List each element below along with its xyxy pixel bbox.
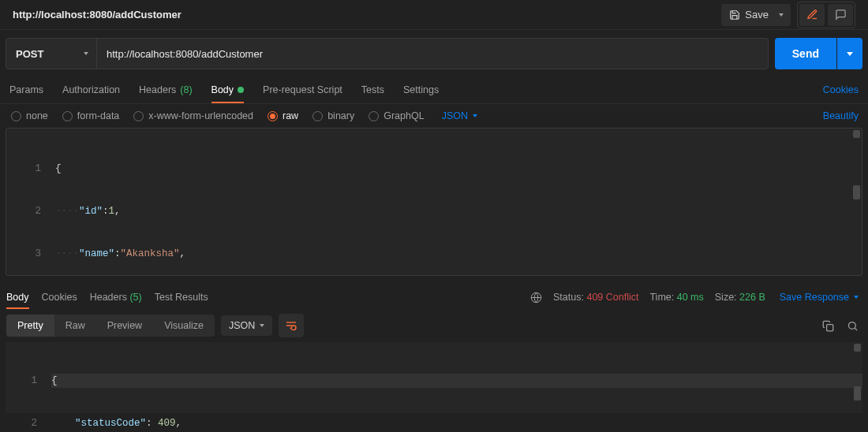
svg-point-4	[849, 322, 856, 329]
save-response-label: Save Response	[780, 292, 849, 303]
resp-tab-testresults[interactable]: Test Results	[155, 287, 208, 307]
line-number: 1	[6, 374, 37, 388]
line-number: 2	[6, 416, 37, 430]
pencil-icon	[806, 9, 818, 20]
tab-params[interactable]: Params	[9, 76, 43, 103]
edit-button[interactable]	[799, 4, 825, 26]
save-response-button[interactable]: Save Response	[780, 292, 859, 303]
size-value: 226 B	[739, 292, 765, 303]
scrollbar-thumb[interactable]	[853, 185, 860, 199]
headers-count: (8)	[180, 84, 192, 95]
globe-icon[interactable]	[530, 292, 542, 304]
resp-view-mode: Pretty Raw Preview Visualize	[6, 315, 215, 337]
dropdown-label: JSON	[442, 110, 468, 121]
resp-view-visualize[interactable]: Visualize	[153, 315, 215, 337]
body-format-dropdown[interactable]: JSON	[442, 110, 477, 121]
radio-icon	[312, 111, 323, 121]
resp-tab-cookies[interactable]: Cookies	[42, 287, 77, 307]
dropdown-label: JSON	[229, 320, 255, 331]
radio-icon	[369, 111, 379, 121]
radio-label: form-data	[77, 110, 120, 121]
status-value: 409 Conflict	[586, 292, 638, 303]
line-number: 2	[6, 204, 41, 218]
radio-label: binary	[327, 110, 354, 121]
bodytype-formdata[interactable]: form-data	[62, 110, 120, 121]
svg-line-5	[855, 328, 857, 330]
radio-icon	[268, 111, 278, 121]
chevron-down-icon	[779, 13, 784, 17]
tab-body[interactable]: Body	[211, 76, 245, 103]
copy-icon[interactable]	[822, 320, 834, 332]
chevron-down-icon	[473, 114, 477, 117]
time-label: Time:	[649, 292, 674, 303]
wrap-lines-button[interactable]	[279, 314, 304, 337]
resp-view-pretty[interactable]: Pretty	[6, 315, 54, 337]
comment-icon	[835, 9, 847, 20]
scrollbar-thumb[interactable]	[854, 344, 861, 352]
radio-label: GraphQL	[383, 110, 424, 121]
radio-label: none	[26, 110, 48, 121]
resp-tab-body[interactable]: Body	[6, 287, 29, 307]
resp-tab-headers[interactable]: Headers (5)	[90, 287, 142, 307]
comment-button[interactable]	[828, 4, 853, 26]
bodytype-urlencoded[interactable]: x-www-form-urlencoded	[133, 110, 253, 121]
tab-tests[interactable]: Tests	[361, 76, 384, 103]
body-active-dot-icon	[238, 87, 244, 93]
tab-body-label: Body	[211, 84, 234, 95]
cookies-link[interactable]: Cookies	[823, 84, 859, 95]
resp-headers-count: (5)	[129, 292, 141, 303]
method-label: POST	[16, 48, 43, 60]
resp-tab-label: Headers	[90, 292, 127, 303]
chevron-down-icon	[84, 52, 88, 55]
page-title: http://localhost:8080/addCustomer	[13, 9, 181, 20]
bodytype-graphql[interactable]: GraphQL	[369, 110, 424, 121]
resp-view-raw[interactable]: Raw	[54, 315, 96, 337]
request-body-editor[interactable]: 1 2 3 4 5 { ····"id":1, ····"name":"Akan…	[6, 128, 862, 276]
bodytype-binary[interactable]: binary	[312, 110, 354, 121]
resp-view-preview[interactable]: Preview	[96, 315, 153, 337]
line-number: 3	[6, 247, 41, 261]
beautify-link[interactable]: Beautify	[823, 110, 859, 121]
tab-prerequest[interactable]: Pre-request Script	[263, 76, 342, 103]
save-label: Save	[745, 9, 769, 20]
editor-code: { "statusCode": 409, "message": "Custome…	[47, 342, 862, 413]
tab-settings[interactable]: Settings	[403, 76, 439, 103]
top-actions: Save	[721, 2, 855, 28]
tab-authorization[interactable]: Authorization	[62, 76, 120, 103]
scrollbar-thumb[interactable]	[853, 130, 860, 138]
response-body-editor[interactable]: 1 2 3 4 { "statusCode": 409, "message": …	[6, 342, 862, 413]
chevron-down-icon	[260, 324, 264, 327]
url-input[interactable]	[97, 39, 768, 69]
chevron-down-icon	[847, 52, 853, 56]
wrap-icon	[285, 320, 297, 331]
radio-icon	[133, 111, 144, 121]
resp-format-dropdown[interactable]: JSON	[221, 315, 272, 336]
svg-rect-3	[827, 324, 833, 330]
tab-headers-label: Headers	[139, 84, 176, 95]
bodytype-none[interactable]: none	[11, 110, 48, 121]
bodytype-raw[interactable]: raw	[268, 110, 298, 121]
send-button[interactable]: Send	[775, 38, 836, 69]
send-caret-button[interactable]	[837, 38, 862, 69]
time-value: 40 ms	[677, 292, 704, 303]
save-icon	[729, 9, 740, 20]
radio-label: x-www-form-urlencoded	[148, 110, 253, 121]
radio-icon	[11, 111, 21, 121]
editor-code: { ····"id":1, ····"name":"Akanksha", ···…	[51, 128, 862, 275]
tab-headers[interactable]: Headers (8)	[139, 76, 193, 103]
size-label: Size:	[715, 292, 737, 303]
scrollbar-thumb[interactable]	[854, 386, 861, 400]
method-url-bar: POST	[6, 38, 769, 69]
radio-icon	[62, 111, 73, 121]
search-icon[interactable]	[847, 320, 859, 332]
editor-gutter: 1 2 3 4 5	[6, 128, 51, 275]
save-button[interactable]: Save	[721, 4, 776, 26]
method-select[interactable]: POST	[6, 39, 97, 69]
line-number: 1	[6, 162, 41, 176]
save-caret-button[interactable]	[772, 4, 791, 26]
radio-label: raw	[282, 110, 298, 121]
status-label: Status:	[553, 292, 584, 303]
editor-gutter: 1 2 3 4	[6, 342, 47, 413]
chevron-down-icon	[854, 296, 859, 299]
